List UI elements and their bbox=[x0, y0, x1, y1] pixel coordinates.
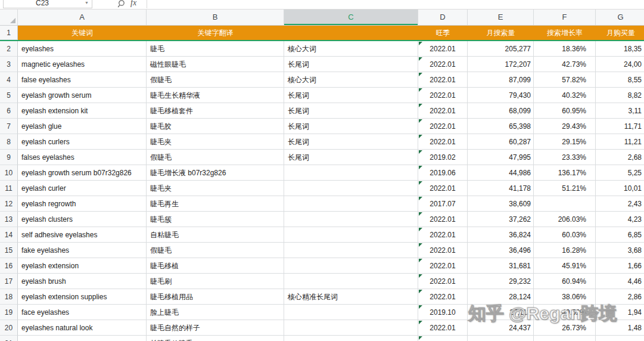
cell-E10[interactable]: 44,986 bbox=[468, 165, 534, 181]
cell-B4[interactable]: 假睫毛 bbox=[147, 72, 284, 88]
row-header-21[interactable]: 21 bbox=[0, 336, 18, 341]
cell-C20[interactable] bbox=[284, 320, 418, 336]
formula-bar-input[interactable] bbox=[147, 0, 644, 8]
cell-A13[interactable]: eyelash clusters bbox=[18, 212, 147, 227]
column-header-C[interactable]: C bbox=[284, 9, 418, 25]
row-header-18[interactable]: 18 bbox=[0, 289, 18, 305]
cell-B16[interactable]: 睫毛移植 bbox=[147, 258, 284, 274]
cell-B7[interactable]: 睫毛胶 bbox=[147, 119, 284, 134]
row-header-14[interactable]: 14 bbox=[0, 227, 18, 243]
cell-A17[interactable]: eyelash brush bbox=[18, 274, 147, 289]
cell-E9[interactable]: 47,995 bbox=[468, 150, 534, 165]
cell-E4[interactable]: 87,099 bbox=[468, 72, 534, 88]
row-header-9[interactable]: 9 bbox=[0, 150, 18, 165]
name-box-dropdown-icon[interactable]: ▼ bbox=[85, 1, 89, 5]
row-header-10[interactable]: 10 bbox=[0, 165, 18, 181]
cell-E2[interactable]: 205,277 bbox=[468, 41, 534, 57]
cell-E14[interactable]: 36,824 bbox=[468, 227, 534, 243]
name-box[interactable]: C23 ▼ bbox=[3, 0, 92, 8]
cell-C9[interactable]: 长尾词 bbox=[284, 150, 418, 165]
cell-G12[interactable]: 2,43 bbox=[596, 196, 644, 212]
cell-C2[interactable]: 核心大词 bbox=[284, 41, 418, 57]
cell-F3[interactable]: 42.73% bbox=[534, 57, 596, 72]
header-cell-D[interactable]: 旺季 bbox=[418, 26, 468, 40]
column-header-F[interactable]: F bbox=[534, 9, 596, 25]
cell-C8[interactable]: 长尾词 bbox=[284, 134, 418, 150]
cell-F11[interactable]: 51.21% bbox=[534, 181, 596, 196]
header-cell-F[interactable]: 搜索增长率 bbox=[534, 26, 596, 40]
cell-A6[interactable]: eyelash extension kit bbox=[18, 103, 147, 119]
cell-F10[interactable]: 136.17% bbox=[534, 165, 596, 181]
row-header-5[interactable]: 5 bbox=[0, 88, 18, 103]
cell-A5[interactable]: eyelash growth serum bbox=[18, 88, 147, 103]
cell-C17[interactable] bbox=[284, 274, 418, 289]
cell-D7[interactable]: 2022.01 bbox=[418, 119, 468, 134]
cell-B18[interactable]: 睫毛移植用品 bbox=[147, 289, 284, 305]
row-header-19[interactable]: 19 bbox=[0, 305, 18, 320]
cell-F21[interactable] bbox=[534, 336, 596, 341]
column-header-B[interactable]: B bbox=[147, 9, 284, 25]
cell-C4[interactable]: 核心大词 bbox=[284, 72, 418, 88]
cell-G11[interactable]: 10,01 bbox=[596, 181, 644, 196]
column-header-D[interactable]: D bbox=[418, 9, 468, 25]
cell-F4[interactable]: 57.82% bbox=[534, 72, 596, 88]
cell-A10[interactable]: eyelash growth serum b07r32g826 bbox=[18, 165, 147, 181]
cell-C13[interactable] bbox=[284, 212, 418, 227]
cell-F7[interactable]: 29.43% bbox=[534, 119, 596, 134]
cell-D14[interactable]: 2022.01 bbox=[418, 227, 468, 243]
cell-A7[interactable]: eyelash glue bbox=[18, 119, 147, 134]
cell-G5[interactable]: 8,82 bbox=[596, 88, 644, 103]
cell-B13[interactable]: 睫毛簇 bbox=[147, 212, 284, 227]
cell-A2[interactable]: eyelashes bbox=[18, 41, 147, 57]
cell-C19[interactable] bbox=[284, 305, 418, 320]
cell-D5[interactable]: 2022.01 bbox=[418, 88, 468, 103]
row-header-2[interactable]: 2 bbox=[0, 41, 18, 57]
cell-A9[interactable]: falses eyelashes bbox=[18, 150, 147, 165]
cell-D16[interactable]: 2022.01 bbox=[418, 258, 468, 274]
cell-D21[interactable] bbox=[418, 336, 468, 341]
cell-A3[interactable]: magnetic eyelashes bbox=[18, 57, 147, 72]
cell-C12[interactable] bbox=[284, 196, 418, 212]
cell-G10[interactable]: 5,25 bbox=[596, 165, 644, 181]
column-header-A[interactable]: A bbox=[18, 9, 147, 25]
cell-A18[interactable]: eyelash extension supplies bbox=[18, 289, 147, 305]
cell-G4[interactable]: 8,55 bbox=[596, 72, 644, 88]
row-header-12[interactable]: 12 bbox=[0, 196, 18, 212]
cell-D11[interactable]: 2022.01 bbox=[418, 181, 468, 196]
cell-A15[interactable]: fake eyelashes bbox=[18, 243, 147, 258]
cell-C21[interactable] bbox=[284, 336, 418, 341]
cell-D6[interactable]: 2022.01 bbox=[418, 103, 468, 119]
row-header-13[interactable]: 13 bbox=[0, 212, 18, 227]
cell-C6[interactable]: 长尾词 bbox=[284, 103, 418, 119]
row-header-3[interactable]: 3 bbox=[0, 57, 18, 72]
select-all-button[interactable] bbox=[0, 9, 18, 25]
cell-E3[interactable]: 172,207 bbox=[468, 57, 534, 72]
header-cell-G[interactable]: 月购买量 bbox=[596, 26, 644, 40]
cell-A8[interactable]: eyelash curlers bbox=[18, 134, 147, 150]
cell-C18[interactable]: 核心精准长尾词 bbox=[284, 289, 418, 305]
cell-C10[interactable] bbox=[284, 165, 418, 181]
cell-G2[interactable]: 18,35 bbox=[596, 41, 644, 57]
cell-A12[interactable]: eyelash regrowth bbox=[18, 196, 147, 212]
cell-F2[interactable]: 18.36% bbox=[534, 41, 596, 57]
cell-G9[interactable]: 2,68 bbox=[596, 150, 644, 165]
cell-G8[interactable]: 11,21 bbox=[596, 134, 644, 150]
cell-C5[interactable]: 长尾词 bbox=[284, 88, 418, 103]
cell-G7[interactable]: 11,71 bbox=[596, 119, 644, 134]
cell-F5[interactable]: 40.32% bbox=[534, 88, 596, 103]
cell-E5[interactable]: 79,430 bbox=[468, 88, 534, 103]
row-header-7[interactable]: 7 bbox=[0, 119, 18, 134]
cell-C15[interactable] bbox=[284, 243, 418, 258]
cell-C3[interactable]: 长尾词 bbox=[284, 57, 418, 72]
cell-G6[interactable]: 3,11 bbox=[596, 103, 644, 119]
row-header-17[interactable]: 17 bbox=[0, 274, 18, 289]
cell-B12[interactable]: 睫毛再生 bbox=[147, 196, 284, 212]
cell-F6[interactable]: 60.95% bbox=[534, 103, 596, 119]
cell-G21[interactable] bbox=[596, 336, 644, 341]
cell-A14[interactable]: self adhesive eyelashes bbox=[18, 227, 147, 243]
row-header-20[interactable]: 20 bbox=[0, 320, 18, 336]
header-cell-C[interactable] bbox=[284, 26, 418, 40]
cell-B19[interactable]: 脸上睫毛 bbox=[147, 305, 284, 320]
cell-E11[interactable]: 41,178 bbox=[468, 181, 534, 196]
cell-C14[interactable] bbox=[284, 227, 418, 243]
